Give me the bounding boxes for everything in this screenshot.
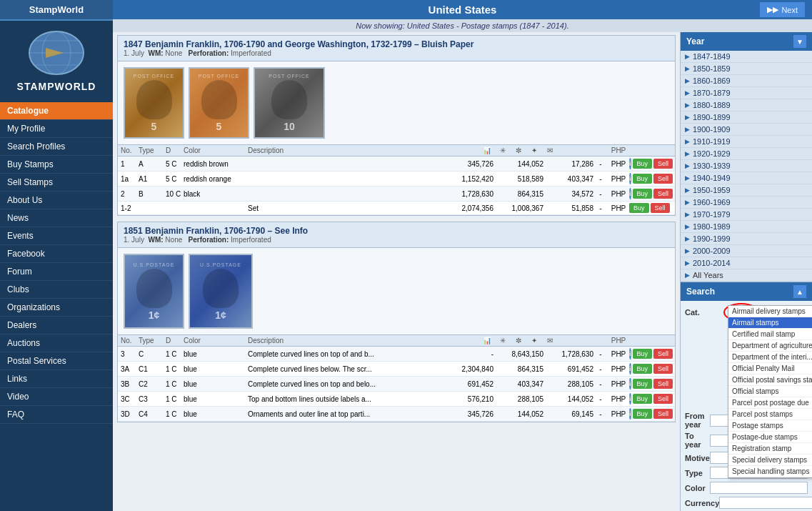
cat-option[interactable]: Official Penalty Mail <box>728 363 812 374</box>
cat-option[interactable]: Parcel post postage due <box>728 397 812 409</box>
year-item-1880-1889[interactable]: ▶1880-1889 <box>681 99 812 111</box>
to-year-label: To year <box>685 432 710 449</box>
info-button[interactable]: i <box>629 348 631 359</box>
sidebar-item-about-us[interactable]: About Us <box>0 192 113 209</box>
cat-option[interactable]: Official postal savings sta... <box>728 374 812 386</box>
buy-button[interactable]: Buy <box>633 189 653 199</box>
sidebar-item-events[interactable]: Events <box>0 227 113 245</box>
year-item-1970-1979[interactable]: ▶1970-1979 <box>681 209 812 221</box>
cat-option[interactable]: Postage-due stamps <box>728 432 812 443</box>
stamp-section-2: 1851 Benjamin Franklin, 1706-1790 – See … <box>117 222 676 422</box>
stamp-section-2-subtitle: 1. July WM: None Perforation: Imperforat… <box>124 236 669 244</box>
year-item-1847-1849[interactable]: ▶1847-1849 <box>681 51 812 63</box>
sell-button[interactable]: Sell <box>653 394 673 404</box>
sell-button[interactable]: Sell <box>653 349 673 359</box>
sidebar-item-links[interactable]: Links <box>0 370 113 388</box>
cat-option[interactable]: Department of agriculture <box>728 340 812 352</box>
cat-option[interactable]: Special delivery stamps <box>728 455 812 466</box>
sidebar-item-news[interactable]: News <box>0 209 113 227</box>
sell-button[interactable]: Sell <box>653 159 673 169</box>
info-button[interactable]: i <box>629 408 631 420</box>
next-button[interactable]: ▶▶ Next <box>760 2 805 17</box>
year-item-1980-1989[interactable]: ▶1980-1989 <box>681 221 812 233</box>
cat-option[interactable]: Special handling stamps <box>728 466 812 477</box>
sidebar-item-postal-services[interactable]: Postal Services <box>0 352 113 370</box>
currency-input[interactable] <box>719 497 812 509</box>
year-item-1930-1939[interactable]: ▶1930-1939 <box>681 160 812 172</box>
year-item-1940-1949[interactable]: ▶1940-1949 <box>681 172 812 184</box>
cat-option[interactable]: Parcel post stamps <box>728 409 812 420</box>
sell-button[interactable]: Sell <box>653 174 673 184</box>
info-button[interactable]: i <box>629 188 631 199</box>
sidebar-item-faq[interactable]: FAQ <box>0 406 113 424</box>
year-item-1870-1879[interactable]: ▶1870-1879 <box>681 87 812 99</box>
year-panel-collapse-button[interactable]: ▼ <box>793 35 806 48</box>
year-arrow-icon: ▶ <box>685 126 690 133</box>
buy-button[interactable]: Buy <box>633 159 653 169</box>
year-item-1920-1929[interactable]: ▶1920-1929 <box>681 148 812 160</box>
color-input[interactable] <box>710 482 808 494</box>
cat-dropdown-list[interactable]: Airmail delivery stampsAirmail stampsCer… <box>728 305 812 478</box>
info-button[interactable]: i <box>629 393 631 405</box>
cat-option[interactable]: Postage stamps <box>728 420 812 432</box>
year-list: ▶1847-1849▶1850-1859▶1860-1869▶1870-1879… <box>681 51 812 282</box>
year-item-1960-1969[interactable]: ▶1960-1969 <box>681 197 812 209</box>
stamp-washington-black[interactable]: POST OFFICE 10 <box>254 67 325 139</box>
sell-button[interactable]: Sell <box>651 203 670 213</box>
year-item-1990-1999[interactable]: ▶1990-1999 <box>681 233 812 245</box>
sidebar-item-buy-stamps[interactable]: Buy Stamps <box>0 156 113 174</box>
sidebar-item-clubs[interactable]: Clubs <box>0 281 113 299</box>
buy-button[interactable]: Buy <box>633 364 653 374</box>
year-item-1850-1859[interactable]: ▶1850-1859 <box>681 63 812 75</box>
buy-button[interactable]: Buy <box>633 379 653 389</box>
year-item-all-years[interactable]: ▶All Years <box>681 269 812 282</box>
sell-button[interactable]: Sell <box>653 409 673 419</box>
stamp-section-1-header: 1847 Benjamin Franklin, 1706-1790 and Ge… <box>118 36 675 61</box>
sidebar: StampWorld STAMPWORLD CatalogueMy Profil… <box>0 0 113 511</box>
sidebar-item-dealers[interactable]: Dealers <box>0 317 113 334</box>
search-panel-header: Search ▲ <box>681 282 812 301</box>
cat-option[interactable]: Official stamps <box>728 386 812 397</box>
year-item-1860-1869[interactable]: ▶1860-1869 <box>681 75 812 87</box>
sidebar-item-search-profiles[interactable]: Search Profiles <box>0 138 113 156</box>
year-item-2000-2009[interactable]: ▶2000-2009 <box>681 245 812 257</box>
sidebar-item-forum[interactable]: Forum <box>0 263 113 281</box>
sell-button[interactable]: Sell <box>653 364 673 374</box>
info-button[interactable]: i <box>629 173 631 184</box>
cat-option[interactable]: Airmail delivery stamps <box>728 306 812 317</box>
cat-option[interactable]: Airmail stamps <box>728 317 812 329</box>
stamp-franklin-brown-2[interactable]: POST OFFICE 5 <box>189 67 249 139</box>
sell-button[interactable]: Sell <box>653 189 673 199</box>
cat-option[interactable]: Department of the interi... <box>728 352 812 363</box>
sidebar-item-video[interactable]: Video <box>0 388 113 406</box>
sidebar-item-catalogue[interactable]: Catalogue <box>0 102 113 120</box>
cat-option[interactable]: Registration stamp <box>728 443 812 455</box>
info-button[interactable]: i <box>629 363 631 374</box>
sidebar-item-my-profile[interactable]: My Profile <box>0 120 113 138</box>
buy-button[interactable]: Buy <box>633 174 653 184</box>
sidebar-item-auctions[interactable]: Auctions <box>0 334 113 352</box>
buy-button[interactable]: Buy <box>633 349 653 359</box>
right-panel: Year ▼ ▶1847-1849▶1850-1859▶1860-1869▶18… <box>680 32 812 511</box>
year-item-1950-1959[interactable]: ▶1950-1959 <box>681 184 812 197</box>
stamp-franklin-blue-2[interactable]: U.S.POSTAGE 1¢ <box>189 254 253 329</box>
col-header-fdc-icon: ✦ <box>526 147 542 154</box>
sidebar-item-sell-stamps[interactable]: Sell Stamps <box>0 174 113 192</box>
sell-button[interactable]: Sell <box>653 379 673 389</box>
stamp-franklin-brown-1[interactable]: POST OFFICE 5 <box>124 67 184 139</box>
year-item-2010-2014[interactable]: ▶2010-2014 <box>681 257 812 269</box>
info-button[interactable]: i <box>629 378 631 390</box>
year-item-1910-1919[interactable]: ▶1910-1919 <box>681 136 812 148</box>
stamp-franklin-blue-1[interactable]: U.S.POSTAGE 1¢ <box>124 254 184 329</box>
buy-button[interactable]: Buy <box>633 394 653 404</box>
sidebar-item-organizations[interactable]: Organizations <box>0 299 113 317</box>
sidebar-item-facebook[interactable]: Facebook <box>0 245 113 263</box>
cat-option[interactable]: Certified mail stamp <box>728 329 812 340</box>
search-panel-collapse-button[interactable]: ▲ <box>793 285 806 298</box>
year-item-1900-1909[interactable]: ▶1900-1909 <box>681 124 812 136</box>
buy-button[interactable]: Buy <box>633 409 653 419</box>
year-item-1890-1899[interactable]: ▶1890-1899 <box>681 111 812 124</box>
col-header-used-icon: ✼ <box>511 147 526 154</box>
info-button[interactable]: i <box>629 158 631 169</box>
buy-button[interactable]: Buy <box>629 203 649 213</box>
